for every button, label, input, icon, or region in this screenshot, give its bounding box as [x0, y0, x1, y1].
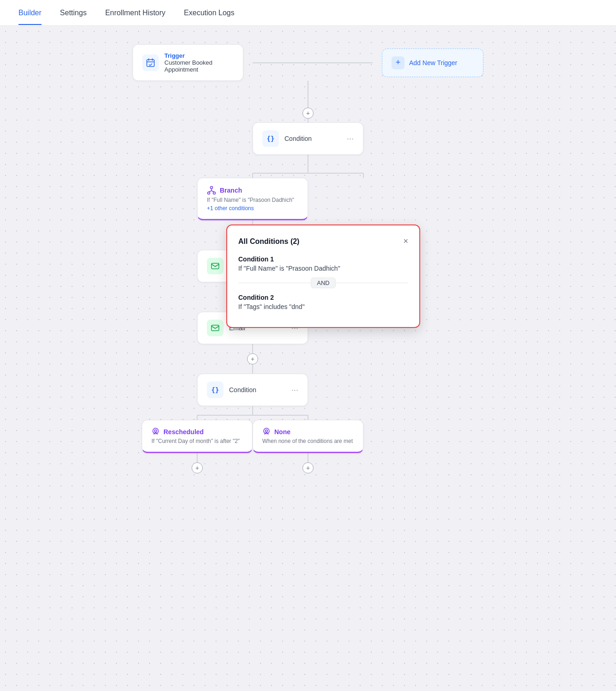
vline-n1: [308, 453, 308, 462]
none-card[interactable]: None When none of the conditions are met: [253, 420, 363, 453]
add-trigger-plus-icon: +: [392, 56, 405, 69]
rescheduled-condition: If "Current Day of month" is after "2": [151, 438, 240, 444]
popup-condition-2: Condition 2 If "Tags" includes "dnd": [238, 294, 408, 310]
trigger-connector: [253, 49, 373, 77]
branch-split-top: [197, 164, 419, 178]
none-title: None: [274, 428, 290, 436]
trigger-card[interactable]: Trigger Customer Booked Appointment: [133, 44, 243, 81]
svg-rect-11: [211, 263, 219, 269]
trigger-row: Trigger Customer Booked Appointment + Ad…: [133, 44, 483, 81]
branch-card[interactable]: Branch If "Full Name" is "Prasoon Dadhic…: [197, 178, 308, 220]
branch-header: Branch: [207, 186, 298, 195]
popup-cond2-name: Condition 2: [238, 294, 408, 301]
none-header: None: [262, 428, 290, 436]
popup-cond1-name: Condition 1: [238, 255, 408, 263]
vline-8: [252, 364, 253, 374]
svg-point-20: [264, 428, 269, 434]
add-step-rescheduled[interactable]: +: [192, 462, 203, 473]
conditions-popup: All Conditions (2) × Condition 1 If "Ful…: [226, 224, 420, 328]
condition-icon-1: {}: [262, 130, 279, 147]
branch-condition-text: If "Full Name" is "Prasoon Dadhich": [207, 197, 294, 203]
condition-icon-2: {}: [207, 382, 223, 398]
trigger-title: Trigger: [164, 52, 234, 59]
condition-label-1: Condition: [284, 135, 312, 142]
tab-settings[interactable]: Settings: [60, 1, 87, 24]
and-line-right: [336, 283, 408, 283]
tab-execution-logs[interactable]: Execution Logs: [184, 1, 234, 24]
rescheduled-col: Rescheduled If "Current Day of month" is…: [142, 420, 253, 473]
condition-card-1[interactable]: {} Condition ···: [253, 122, 363, 155]
rescheduled-title: Rescheduled: [163, 428, 204, 436]
rescheduled-card[interactable]: Rescheduled If "Current Day of month" is…: [142, 420, 253, 453]
popup-condition-1: Condition 1 If "Full Name" is "Prasoon D…: [238, 255, 408, 272]
popup-cond2-text: If "Tags" includes "dnd": [238, 303, 408, 310]
vline-r1: [197, 453, 198, 462]
branch-split-bottom: [142, 406, 363, 420]
email-icon-1: [207, 258, 223, 274]
none-condition: When none of the conditions are met: [262, 438, 353, 444]
add-trigger-card[interactable]: + Add New Trigger: [382, 48, 483, 77]
popup-close-btn[interactable]: ×: [403, 236, 408, 246]
tab-enrollment-history[interactable]: Enrollment History: [105, 1, 166, 24]
add-step-btn-4[interactable]: +: [247, 353, 258, 364]
add-step-btn-1[interactable]: +: [302, 108, 314, 119]
trigger-subtitle: Customer Booked Appointment: [164, 59, 234, 73]
flow-canvas: Trigger Customer Booked Appointment + Ad…: [0, 26, 616, 691]
add-trigger-label: Add New Trigger: [409, 59, 457, 67]
svg-point-9: [208, 192, 210, 194]
add-step-none[interactable]: +: [302, 462, 314, 473]
vline-7: [252, 344, 253, 353]
condition-more-2[interactable]: ···: [291, 385, 298, 395]
top-navigation: Builder Settings Enrollment History Exec…: [0, 0, 616, 26]
trigger-icon: [142, 55, 159, 71]
condition-card-2[interactable]: {} Condition ···: [197, 374, 308, 406]
and-line-left: [238, 283, 311, 283]
email-icon-2: [207, 320, 223, 336]
rescheduled-header: Rescheduled: [151, 428, 204, 436]
branch-title: Branch: [220, 187, 242, 194]
and-divider: AND: [238, 278, 408, 288]
and-badge: AND: [311, 278, 335, 288]
none-col: None When none of the conditions are met…: [253, 420, 363, 473]
trigger-text: Trigger Customer Booked Appointment: [164, 52, 234, 73]
svg-point-18: [153, 428, 158, 434]
condition-more-1[interactable]: ···: [347, 134, 354, 144]
bottom-branches-row: Rescheduled If "Current Day of month" is…: [142, 420, 363, 473]
condition-label-2: Condition: [229, 386, 256, 394]
popup-title: All Conditions (2): [238, 237, 299, 246]
tab-builder[interactable]: Builder: [18, 1, 42, 24]
svg-rect-12: [211, 325, 219, 331]
vline-2: [308, 155, 308, 164]
branch-more-link[interactable]: +1 other conditions: [207, 205, 254, 212]
popup-cond1-text: If "Full Name" is "Prasoon Dadhich": [238, 265, 408, 272]
popup-header: All Conditions (2) ×: [238, 236, 408, 246]
